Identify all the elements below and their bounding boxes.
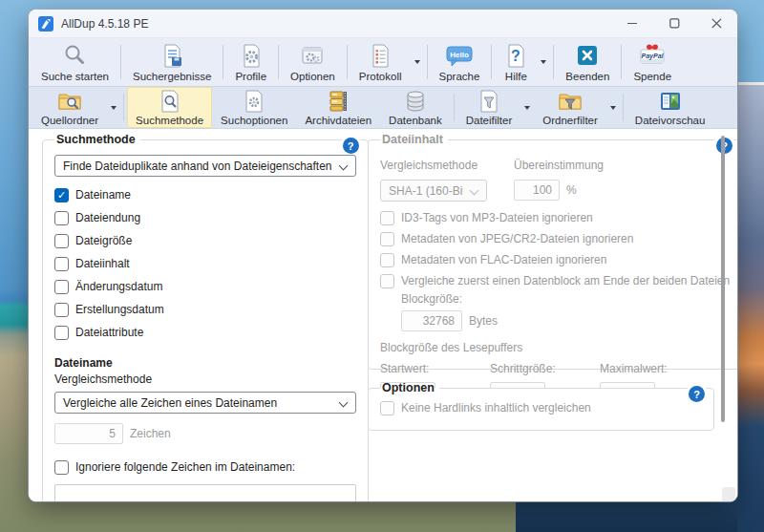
file-content-panel: Dateiinhalt ? Vergleichsmethode SHA-1 (1…: [368, 133, 737, 370]
ignore-flac-metadata-checkbox[interactable]: Metadaten von FLAC-Dateien ignorieren: [380, 249, 730, 270]
minimize-button[interactable]: [611, 10, 653, 37]
toolbar-separator: [621, 45, 622, 79]
help-document-icon: ?: [503, 42, 528, 69]
file-content-title: Dateiinhalt: [380, 133, 448, 146]
search-method-tab[interactable]: Suchmethode: [127, 87, 212, 128]
checkbox: [54, 234, 69, 248]
toolbar-separator: [454, 94, 455, 121]
toolbar-separator: [553, 45, 554, 79]
archive-files-tab[interactable]: Archivdateien: [296, 87, 380, 128]
chevron-down-icon: [610, 106, 616, 110]
ignore-chars-input[interactable]: [54, 484, 356, 501]
checkbox: [54, 460, 69, 475]
ignore-jpeg-metadata-checkbox[interactable]: Metadaten von JPEG/CR2-Dateien ignoriere…: [380, 228, 730, 249]
toolbar-separator: [427, 45, 428, 79]
source-folders-menu-arrow[interactable]: [107, 87, 120, 128]
vertical-scrollbar[interactable]: [721, 136, 725, 422]
document-gear-icon: [244, 90, 265, 113]
bytes-unit-label: Bytes: [469, 314, 498, 328]
help-icon[interactable]: ?: [343, 138, 359, 154]
search-options-tab[interactable]: Suchoptionen: [212, 87, 296, 128]
exit-button[interactable]: Beenden: [557, 38, 618, 86]
help-icon[interactable]: ?: [689, 386, 705, 402]
toolbar-separator: [491, 45, 492, 79]
ignore-chars-checkbox[interactable]: Ignoriere folgende Zeichen im Dateinamen…: [54, 456, 356, 479]
start-search-button[interactable]: Suche starten: [32, 38, 117, 86]
main-toolbar: Suche starten Suchergebnisse Profile Opt…: [29, 38, 737, 86]
match-percent-input[interactable]: [514, 180, 560, 201]
search-method-title: Suchmethode: [54, 133, 140, 146]
close-button[interactable]: [695, 10, 737, 37]
svg-text:Hello: Hello: [450, 51, 469, 59]
title-bar[interactable]: AllDup 4.5.18 PE: [29, 10, 737, 38]
checkbox: [380, 211, 394, 225]
client-area: Suchmethode ? Finde Dateiduplikate anhan…: [29, 129, 737, 501]
method-select[interactable]: Finde Dateiduplikate anhand von Dateieig…: [54, 155, 356, 177]
toolbar-separator: [623, 94, 624, 121]
desktop: { "window": { "title": "AllDup 4.5.18 PE…: [0, 0, 764, 532]
criterion-dateigroesse[interactable]: Dateigröße: [54, 229, 356, 252]
help-menu-arrow[interactable]: [537, 38, 550, 86]
search-results-button[interactable]: Suchergebnisse: [124, 38, 220, 86]
language-button[interactable]: Hello Sprache: [431, 38, 489, 86]
compare-method-label: Vergleichsmethode: [54, 372, 356, 386]
log-document-icon: [368, 42, 393, 69]
help-button[interactable]: ? Hilfe: [495, 38, 537, 86]
archive-zip-icon: [328, 90, 349, 113]
checkbox: [380, 274, 394, 288]
chars-unit-label: Zeichen: [130, 427, 171, 440]
donate-button[interactable]: PayPal Spende: [625, 38, 680, 86]
folder-filter-tab[interactable]: Ordnerfilter: [534, 87, 606, 128]
content-compare-label: Vergleichsmethode: [380, 159, 478, 172]
chars-count-input[interactable]: [54, 423, 123, 444]
folder-filter-menu-arrow[interactable]: [606, 87, 620, 128]
search-icon: [62, 42, 87, 69]
chevron-down-icon: [414, 60, 420, 64]
checkbox: [54, 211, 69, 225]
protocol-button[interactable]: Protokoll: [350, 38, 411, 86]
profiles-button[interactable]: Profile: [226, 38, 275, 86]
database-icon: [404, 90, 427, 113]
maximize-button[interactable]: [653, 10, 695, 37]
file-filter-tab[interactable]: Dateifilter: [457, 87, 521, 128]
no-hardlinks-checkbox[interactable]: Keine Hardlinks inhaltlich vergleichen: [380, 398, 702, 417]
compare-end-block-checkbox[interactable]: Vergleiche zuerst einen Datenblock am En…: [380, 270, 730, 291]
criterion-aenderungsdatum[interactable]: Änderungsdatum: [54, 275, 356, 298]
criterion-dateiinhalt[interactable]: Dateiinhalt: [54, 252, 356, 275]
chevron-down-icon: [111, 106, 117, 110]
protocol-menu-arrow[interactable]: [411, 38, 424, 86]
svg-text:?: ?: [511, 48, 520, 64]
file-preview-tab[interactable]: Dateivorschau: [626, 87, 714, 128]
checkbox: [380, 401, 394, 415]
checkbox: [380, 253, 394, 267]
nav-toolbar: Quellordner Suchmethode Suchoptionen Arc…: [29, 86, 737, 129]
database-tab[interactable]: Datenbank: [380, 87, 451, 128]
checkbox: [54, 326, 69, 340]
preview-window-icon: [659, 90, 682, 113]
toolbar-separator: [120, 45, 121, 79]
criterion-dateiattribute[interactable]: Dateiattribute: [54, 321, 356, 344]
search-method-panel: Suchmethode ? Finde Dateiduplikate anhan…: [42, 133, 353, 501]
svg-text:PayPal: PayPal: [642, 53, 665, 60]
hash-method-select[interactable]: SHA-1 (160-Bit): [380, 180, 487, 202]
resize-grip[interactable]: [722, 487, 735, 501]
criterion-dateiname[interactable]: Dateiname: [54, 183, 356, 206]
source-folders-button[interactable]: Quellordner: [32, 87, 107, 128]
folder-search-icon: [57, 90, 82, 113]
options-button[interactable]: Optionen: [282, 38, 344, 86]
right-column: Dateiinhalt ? Vergleichsmethode SHA-1 (1…: [368, 133, 714, 501]
criterion-dateiendung[interactable]: Dateiendung: [54, 206, 356, 229]
profile-gear-icon: [239, 42, 264, 69]
checkbox: [54, 257, 69, 271]
match-label: Übereinstimmung: [514, 159, 604, 172]
blocksize-input[interactable]: [401, 310, 462, 331]
filename-compare-select[interactable]: Vergleiche alle Zeichen eines Dateinamen: [54, 392, 356, 414]
buffer-heading: Blockgröße des Lesepuffers: [380, 341, 730, 354]
checkbox: [54, 188, 69, 202]
criterion-erstellungsdatum[interactable]: Erstellungsdatum: [54, 298, 356, 321]
exit-x-icon: [575, 42, 600, 69]
chevron-down-icon: [338, 161, 348, 171]
file-filter-menu-arrow[interactable]: [520, 87, 534, 128]
ignore-id3-checkbox[interactable]: ID3-Tags von MP3-Dateien ignorieren: [380, 207, 730, 228]
checkbox: [380, 232, 394, 246]
